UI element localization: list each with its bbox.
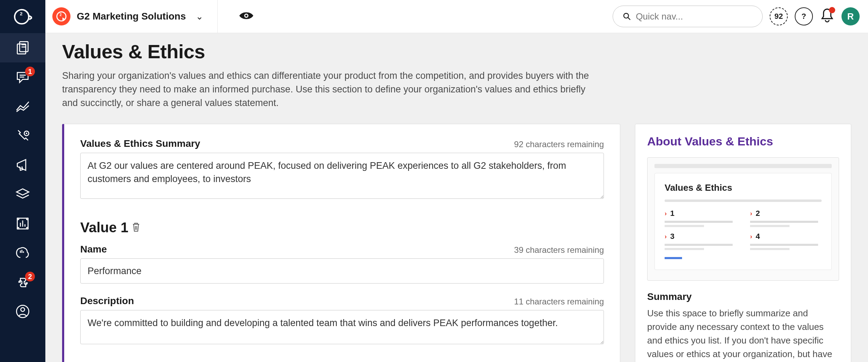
value-name-remaining: 39 characters remaining [514,245,604,255]
nav-account[interactable] [0,297,45,326]
notifications-button[interactable] [820,8,835,25]
preview-item: ›1 [665,209,736,227]
svg-text:2: 2 [20,11,23,16]
preview-item: ›4 [750,232,822,250]
about-summary-label: Summary [647,291,839,302]
user-avatar[interactable]: R [841,7,860,25]
product-name: G2 Marketing Solutions [77,11,186,22]
svg-point-27 [624,13,629,18]
question-icon: ? [801,12,806,21]
summary-textarea[interactable] [80,153,604,199]
delete-value-button[interactable] [132,222,140,233]
trash-icon [132,222,140,232]
preview-thumbnail: Values & Ethics ›1 ›2 [647,157,839,281]
product-switcher[interactable]: 2 G2 Marketing Solutions ⌄ [45,0,218,33]
notification-dot [829,7,835,13]
about-summary-text: Use this space to briefly summarize and … [647,307,839,362]
value-desc-textarea[interactable] [80,310,604,344]
nav-ai[interactable] [0,238,45,267]
nav-reviews-badge: 1 [25,67,35,76]
topbar: 2 G2 Marketing Solutions ⌄ [45,0,868,33]
summary-label: Values & Ethics Summary [80,138,200,149]
value-1-heading: Value 1 [80,220,128,235]
svg-point-9 [26,133,27,134]
eye-icon [239,10,254,21]
page-title: Values & Ethics [62,40,851,63]
svg-rect-2 [17,44,26,54]
preview-toggle[interactable] [225,10,268,22]
values-form-panel: Values & Ethics Summary 92 characters re… [62,124,620,362]
help-button[interactable]: ? [795,7,813,25]
nav-reviews[interactable]: 1 [0,62,45,92]
svg-line-28 [628,17,630,20]
chevron-down-icon: ⌄ [196,11,203,22]
value-desc-remaining: 11 characters remaining [514,297,604,307]
nav-rail: 2 1 [0,0,45,362]
svg-point-16 [17,227,19,229]
preview-item: ›2 [750,209,822,227]
search-icon [623,12,631,21]
nav-campaigns[interactable] [0,150,45,180]
about-title: About Values & Ethics [647,135,839,148]
quick-nav-input[interactable] [636,11,753,22]
value-desc-label: Description [80,295,134,307]
product-logo: 2 [52,7,70,25]
quick-nav-search[interactable] [613,6,763,27]
preview-item: ›3 [665,232,736,250]
svg-point-14 [17,218,19,220]
nav-integrations[interactable]: 2 [0,267,45,297]
preview-heading: Values & Ethics [665,182,822,193]
nav-integrations-badge: 2 [25,272,35,281]
nav-buyer-intent[interactable] [0,121,45,150]
page-description: Sharing your organization's values and e… [62,69,592,110]
summary-remaining: 92 characters remaining [514,139,604,149]
nav-content[interactable] [0,180,45,209]
svg-point-15 [27,218,28,220]
value-name-label: Name [80,244,107,255]
value-name-input[interactable] [80,258,604,284]
nav-reports[interactable] [0,209,45,238]
svg-point-22 [21,308,25,311]
g2-logo[interactable]: 2 [0,0,45,33]
svg-point-26 [245,15,247,17]
svg-point-17 [27,227,28,229]
nav-analytics[interactable] [0,92,45,121]
svg-text:2: 2 [60,13,62,17]
score-badge[interactable]: 92 [770,7,788,25]
nav-pages[interactable] [0,33,45,62]
about-panel: About Values & Ethics Values & Ethics ›1 [635,124,851,362]
